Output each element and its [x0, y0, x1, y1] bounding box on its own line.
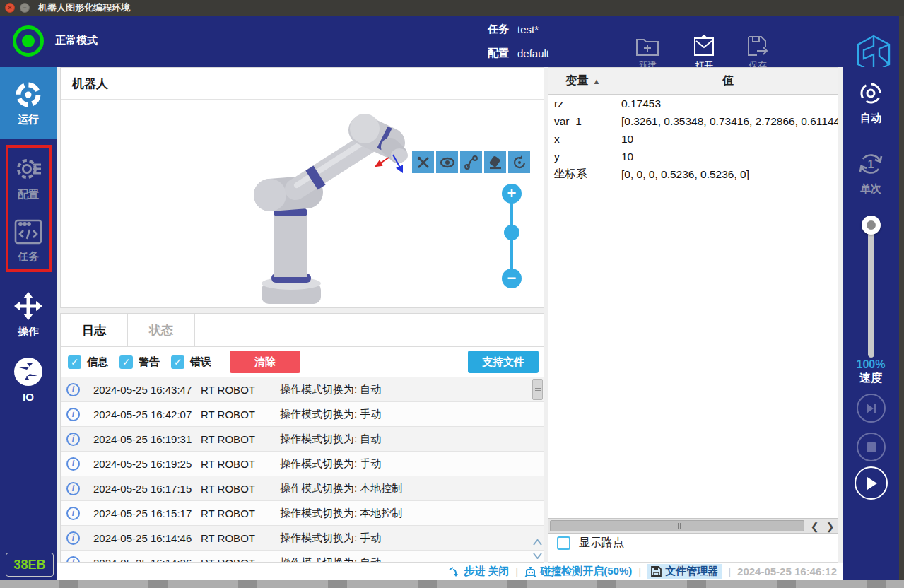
- error-checkbox-label: 错误: [190, 355, 211, 369]
- viewport-toolbar: [412, 151, 530, 173]
- task-row: 任务 test*: [488, 23, 539, 36]
- robot-panel-title: 机器人: [61, 68, 544, 100]
- step-forward-button[interactable]: [857, 394, 886, 423]
- header-bar: 正常模式 任务 test* 配置 default 新建 打开: [0, 16, 899, 67]
- sidebar-item-io[interactable]: IO: [0, 357, 57, 403]
- speed-value: 100%: [843, 358, 899, 371]
- close-icon[interactable]: ×: [5, 3, 15, 13]
- task-value: test*: [517, 23, 539, 35]
- log-panel: 日志 状态 ✓ 信息 ✓ 警告 ✓ 错误 清除 支持文件 i 2024-05-2…: [60, 313, 544, 563]
- log-row: i 2024-05-25 16:19:25 RT ROBOT 操作模式切换为: …: [61, 452, 544, 476]
- robot-3d-viewport[interactable]: + −: [61, 100, 544, 307]
- variable-row[interactable]: rz 0.17453: [548, 95, 838, 112]
- status-separator: |: [728, 565, 731, 577]
- zoom-in-icon[interactable]: +: [502, 184, 522, 204]
- save-file-icon: [746, 35, 770, 57]
- move-arrows-icon: [13, 291, 43, 321]
- info-icon: i: [66, 507, 80, 520]
- rotate-icon[interactable]: [508, 151, 530, 173]
- log-row: i 2024-05-25 16:43:47 RT ROBOT 操作模式切换为: …: [61, 377, 544, 402]
- play-button[interactable]: [855, 466, 888, 500]
- tools-icon[interactable]: [412, 151, 434, 173]
- task-code-icon: [13, 218, 43, 246]
- speed-slider-knob[interactable]: [862, 216, 881, 235]
- info-icon: i: [66, 556, 80, 563]
- sidebar-item-config[interactable]: 配置: [0, 154, 57, 201]
- info-checkbox[interactable]: ✓: [68, 355, 81, 369]
- log-scrollbar-thumb[interactable]: [532, 379, 543, 400]
- status-separator: |: [515, 565, 518, 577]
- show-waypoints-checkbox[interactable]: [557, 536, 570, 550]
- show-waypoints-label: 显示路点: [579, 536, 624, 551]
- config-row: 配置 default: [488, 47, 549, 60]
- info-icon: i: [66, 482, 80, 495]
- mode-indicator-icon: [13, 25, 44, 57]
- robot-arm-render: [61, 100, 544, 307]
- gear-icon: [13, 154, 43, 184]
- scroll-down-icon[interactable]: [533, 553, 542, 559]
- step-arrow-icon: [449, 567, 460, 577]
- show-waypoints-row: 显示路点: [557, 536, 624, 551]
- speed-label: 速度: [843, 371, 899, 386]
- variable-row[interactable]: y 10: [548, 148, 838, 165]
- warning-checkbox[interactable]: ✓: [119, 355, 133, 369]
- hscrollbar-thumb[interactable]: [550, 520, 804, 531]
- zoom-out-icon[interactable]: −: [502, 269, 522, 288]
- new-file-icon: [635, 35, 659, 57]
- skip-icon: [865, 403, 878, 414]
- variable-row[interactable]: x 10: [548, 130, 838, 148]
- scroll-right-icon[interactable]: ❯: [823, 519, 838, 533]
- sidebar-item-run[interactable]: 运行: [0, 67, 57, 139]
- variable-row[interactable]: 坐标系 [0, 0, 0, 0.5236, 0.5236, 0]: [548, 165, 838, 183]
- run-icon: [14, 81, 42, 109]
- scroll-left-icon[interactable]: ❮: [807, 519, 822, 533]
- tab-log[interactable]: 日志: [61, 314, 128, 346]
- viewport-zoom-control: + −: [492, 184, 532, 300]
- step-mode-status[interactable]: 步进 关闭: [449, 565, 509, 578]
- log-row: i 2024-05-25 16:14:46 RT ROBOT 操作模式切换为: …: [61, 526, 544, 551]
- task-label: 任务: [488, 23, 509, 36]
- path-icon[interactable]: [460, 151, 482, 173]
- sidebar-item-task[interactable]: 任务: [0, 218, 57, 264]
- svg-text:1: 1: [868, 158, 874, 170]
- scroll-up-icon[interactable]: [533, 539, 542, 546]
- robot-panel: 机器人: [60, 67, 544, 308]
- log-row: i 2024-05-25 16:19:31 RT ROBOT 操作模式切换为: …: [61, 427, 544, 452]
- variable-row[interactable]: var_1 [0.3261, 0.35348, 0.73416, 2.72866…: [548, 112, 838, 130]
- io-swap-icon: [13, 357, 43, 387]
- zoom-slider-knob[interactable]: [504, 225, 519, 240]
- auto-swirl-icon: [856, 78, 886, 108]
- info-checkbox-label: 信息: [87, 355, 108, 369]
- mode-label: 正常模式: [55, 34, 98, 47]
- error-checkbox[interactable]: ✓: [171, 355, 184, 369]
- floppy-icon: [651, 566, 662, 577]
- log-tabs: 日志 状态: [61, 314, 544, 347]
- info-icon: i: [66, 433, 80, 446]
- clear-button[interactable]: 清除: [230, 351, 300, 373]
- sidebar-item-operate[interactable]: 操作: [0, 291, 57, 339]
- window-right-edge: [899, 16, 904, 580]
- eraser-icon[interactable]: [484, 151, 506, 173]
- eye-icon[interactable]: [436, 151, 458, 173]
- auto-mode-button[interactable]: 自动: [843, 78, 899, 125]
- log-list[interactable]: i 2024-05-25 16:43:47 RT ROBOT 操作模式切换为: …: [61, 377, 544, 562]
- column-value[interactable]: 值: [618, 68, 838, 94]
- column-variable[interactable]: 变量 ▲: [548, 68, 618, 94]
- collision-robot-icon: [524, 566, 536, 577]
- collision-detection-status[interactable]: 碰撞检测开启(50%): [524, 565, 632, 578]
- log-row: i 2024-05-25 16:15:17 RT ROBOT 操作模式切换为: …: [61, 501, 544, 526]
- tab-status[interactable]: 状态: [128, 314, 195, 346]
- variables-hscrollbar[interactable]: ❮ ❯: [548, 518, 838, 534]
- log-row: i 2024-05-25 16:42:07 RT ROBOT 操作模式切换为: …: [61, 402, 544, 427]
- file-manager-button[interactable]: 文件管理器: [647, 564, 722, 579]
- single-cycle-button[interactable]: 1 单次: [843, 149, 899, 196]
- minimize-icon[interactable]: −: [20, 3, 30, 13]
- variables-panel: 变量 ▲ 值 rz 0.17453 var_1 [0.3261, 0.35348…: [548, 67, 838, 563]
- support-files-button[interactable]: 支持文件: [468, 351, 539, 373]
- status-badge: 38EB: [6, 553, 54, 577]
- stop-button[interactable]: [857, 433, 886, 461]
- window-titlebar: × − 机器人图形化编程环境: [0, 0, 904, 16]
- stop-icon: [867, 442, 876, 452]
- speed-slider-track[interactable]: [868, 225, 874, 358]
- open-file-icon: [692, 35, 716, 57]
